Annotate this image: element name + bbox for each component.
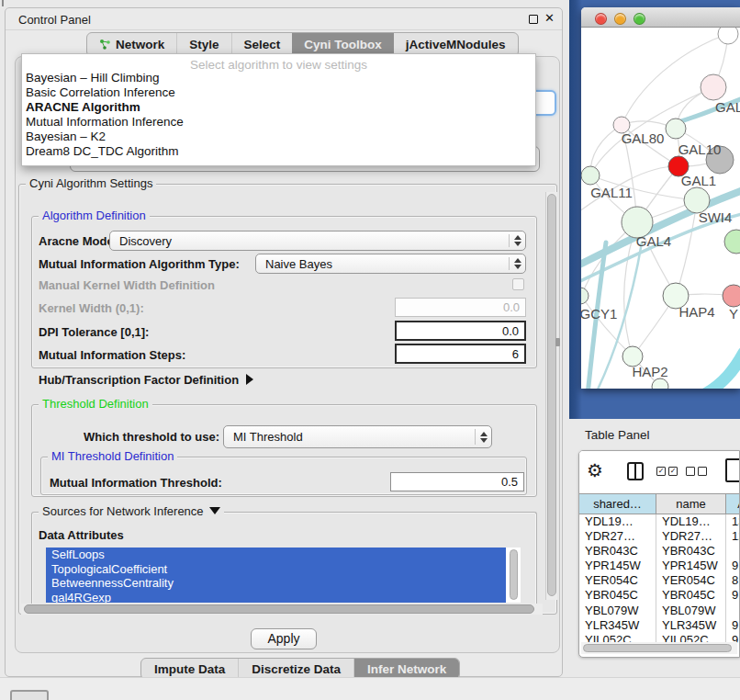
table-cell: 12 bbox=[726, 529, 740, 544]
mi-steps-field[interactable]: 6 bbox=[395, 344, 526, 364]
column-header-shared[interactable]: shared… bbox=[579, 493, 656, 514]
network-icon bbox=[99, 39, 111, 51]
data-attributes-label: Data Attributes bbox=[39, 528, 124, 542]
aracne-mode-value: Discovery bbox=[110, 234, 509, 248]
settings-horizontal-scrollbar[interactable] bbox=[21, 604, 543, 615]
network-node[interactable] bbox=[701, 74, 726, 100]
attribute-list-item[interactable]: gal4RGexp bbox=[46, 591, 506, 604]
node-table-card: ⚙ ✓ ✓ shared… name A YDL19…YDL19…13YDR27… bbox=[578, 450, 740, 658]
table-cell: YDR27… bbox=[656, 529, 726, 544]
settings-vertical-scrollbar[interactable] bbox=[545, 192, 557, 600]
control-panel-title: Control Panel bbox=[18, 13, 91, 27]
network-canvas[interactable]: GALGAL80GAL10GAL1GAL11SWI4GAL4GCY1HAP4YH… bbox=[581, 28, 740, 389]
table-cell: YBR043C bbox=[579, 544, 656, 559]
select-all-checkboxes-icon[interactable]: ✓ ✓ bbox=[656, 467, 678, 476]
tab-label: Cyni Toolbox bbox=[304, 38, 382, 51]
close-traffic-light[interactable] bbox=[595, 13, 607, 25]
collapse-down-icon bbox=[209, 507, 220, 514]
float-panel-icon[interactable] bbox=[529, 15, 538, 24]
mi-threshold-title: MI Threshold Definition bbox=[48, 449, 177, 463]
table-cell: YER054C bbox=[656, 573, 726, 588]
corner-widget[interactable] bbox=[10, 690, 49, 700]
network-edge[interactable] bbox=[703, 353, 740, 389]
unchecked-box-icon bbox=[686, 467, 695, 476]
column-header-name[interactable]: name bbox=[656, 493, 726, 514]
table-cell bbox=[726, 544, 740, 559]
table-row[interactable]: YDR27…YDR27…12 bbox=[579, 529, 740, 544]
attribute-list-item[interactable]: SelfLoops bbox=[46, 548, 506, 562]
aracne-mode-combo[interactable]: Discovery bbox=[109, 231, 526, 251]
table-horizontal-scrollbar[interactable] bbox=[581, 642, 737, 654]
table-row[interactable]: YBR045CYBR045C9. bbox=[579, 588, 740, 603]
mi-threshold-field[interactable]: 0.5 bbox=[390, 472, 524, 491]
tab-impute-data[interactable]: Impute Data bbox=[141, 659, 238, 679]
column-header-partial[interactable]: A bbox=[726, 493, 740, 514]
node-label: HAP4 bbox=[678, 304, 714, 320]
data-attributes-list[interactable]: SelfLoopsTopologicalCoefficientBetweenne… bbox=[46, 548, 521, 603]
settings-group-title: Cyni Algorithm Settings bbox=[26, 176, 156, 190]
which-threshold-value: MI Threshold bbox=[224, 430, 475, 444]
node-label: GAL80 bbox=[622, 130, 665, 146]
zoom-traffic-light[interactable] bbox=[633, 13, 645, 25]
table-cell: 9. bbox=[726, 588, 740, 603]
tab-label: Style bbox=[189, 38, 219, 51]
network-node[interactable] bbox=[581, 166, 600, 185]
network-node[interactable] bbox=[718, 28, 738, 44]
list-scrollbar[interactable] bbox=[510, 549, 518, 600]
table-row[interactable]: YLR345WYLR345W9. bbox=[579, 618, 740, 633]
network-node[interactable] bbox=[723, 285, 740, 307]
split-columns-icon[interactable] bbox=[627, 462, 644, 480]
network-graph: GALGAL80GAL10GAL1GAL11SWI4GAL4GCY1HAP4YH… bbox=[581, 28, 740, 389]
hub-definition-label: Hub/Transcription Factor Definition bbox=[39, 373, 239, 387]
deselect-all-checkboxes-icon[interactable] bbox=[686, 467, 707, 476]
panel-splitter-handle[interactable] bbox=[555, 338, 560, 346]
attribute-list-item[interactable]: TopologicalCoefficient bbox=[46, 562, 506, 577]
algorithm-option[interactable]: Dream8 DC_TDC Algorithm bbox=[22, 144, 535, 159]
dpi-tolerance-field[interactable]: 0.0 bbox=[395, 321, 526, 341]
apply-button[interactable]: Apply bbox=[251, 628, 317, 649]
unchecked-box-icon bbox=[698, 467, 707, 476]
table-cell: YER054C bbox=[579, 573, 656, 588]
algorithm-option[interactable]: Basic Correlation Inference bbox=[22, 85, 535, 100]
algorithm-option[interactable]: ARACNE Algorithm bbox=[22, 100, 535, 115]
algorithm-option[interactable]: Mutual Information Inference bbox=[22, 115, 535, 130]
gear-icon[interactable]: ⚙ bbox=[587, 459, 603, 481]
stepper-icon bbox=[475, 429, 491, 444]
control-panel-titlebar: Control Panel ✕ bbox=[6, 8, 562, 30]
close-icon[interactable]: ✕ bbox=[544, 11, 555, 25]
network-node[interactable] bbox=[581, 288, 589, 304]
table-panel: Table Panel ⚙ ✓ ✓ shared… name A bbox=[569, 419, 740, 700]
which-threshold-combo[interactable]: MI Threshold bbox=[223, 425, 492, 448]
table-row[interactable]: YBR043CYBR043C bbox=[579, 544, 740, 559]
cursor-tick bbox=[2, 0, 4, 6]
tab-label: Select bbox=[244, 38, 281, 51]
attribute-list-item[interactable]: BetweennessCentrality bbox=[46, 576, 506, 591]
tab-label: jActiveMNodules bbox=[406, 38, 506, 51]
node-label: GAL11 bbox=[590, 185, 633, 200]
minimize-traffic-light[interactable] bbox=[614, 13, 626, 25]
network-node[interactable] bbox=[652, 378, 668, 389]
tab-discretize-data[interactable]: Discretize Data bbox=[238, 659, 353, 679]
tab-infer-network[interactable]: Infer Network bbox=[353, 659, 459, 679]
table-row[interactable]: YDL19…YDL19…13 bbox=[579, 514, 740, 529]
kernel-width-field: 0.0 bbox=[395, 298, 526, 317]
network-edge[interactable] bbox=[581, 296, 633, 356]
table-cell: YPR145W bbox=[656, 559, 726, 573]
table-cell: YLR345W bbox=[656, 618, 726, 633]
network-node[interactable] bbox=[666, 119, 686, 139]
table-row[interactable]: YPR145WYPR145W9. bbox=[579, 559, 740, 573]
node-label: GAL10 bbox=[678, 141, 722, 157]
manual-kernel-checkbox[interactable] bbox=[512, 278, 524, 290]
document-icon[interactable] bbox=[725, 458, 740, 482]
network-node[interactable] bbox=[724, 230, 740, 254]
algorithm-option[interactable]: Bayesian – K2 bbox=[22, 130, 535, 144]
mi-type-combo[interactable]: Naive Bayes bbox=[255, 254, 526, 274]
control-panel-window: Control Panel ✕ Network Style Select bbox=[5, 7, 563, 677]
popup-item-list: Bayesian – Hill ClimbingBasic Correlatio… bbox=[22, 71, 535, 159]
hub-definition-expander[interactable]: Hub/Transcription Factor Definition bbox=[39, 373, 253, 387]
kernel-width-label: Kernel Width (0,1): bbox=[39, 301, 144, 315]
table-cell: YDL19… bbox=[656, 514, 726, 529]
table-row[interactable]: YER054CYER054C8. bbox=[579, 573, 740, 588]
table-row[interactable]: YBL079WYBL079W bbox=[579, 604, 740, 618]
algorithm-option[interactable]: Bayesian – Hill Climbing bbox=[22, 71, 535, 85]
